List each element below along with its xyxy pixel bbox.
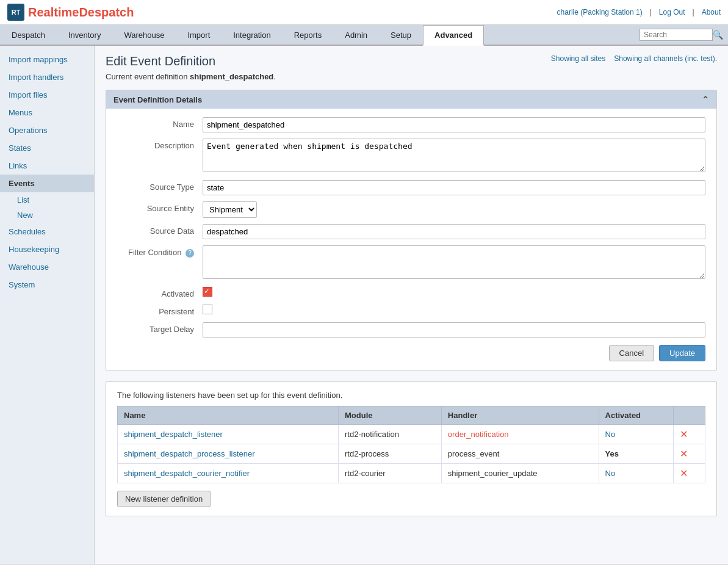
nav-item-integration[interactable]: Integration <box>222 25 282 45</box>
showing-channels-link[interactable]: Showing all channels (inc. test). <box>614 54 717 63</box>
sidebar-item-links[interactable]: Links <box>0 157 94 175</box>
listeners-card-body: The following listeners have been set up… <box>106 382 716 516</box>
collapse-icon[interactable]: ⌃ <box>702 95 709 104</box>
listeners-table: Name Module Handler Activated shipment_d… <box>117 406 705 483</box>
sidebar-item-housekeeping[interactable]: Housekeeping <box>0 240 94 258</box>
name-field <box>203 117 705 132</box>
logo-icon: RT <box>7 4 24 21</box>
nav-search: 🔍 <box>635 25 728 45</box>
table-header-row: Name Module Handler Activated <box>118 406 705 425</box>
main-content: Edit Event Definition Showing all sites … <box>95 46 728 564</box>
filter-condition-info-icon[interactable]: ? <box>186 249 194 258</box>
sidebar-item-events[interactable]: Events <box>0 175 94 192</box>
nav-item-setup[interactable]: Setup <box>379 25 423 45</box>
persistent-label: Persistent <box>117 305 203 316</box>
filter-condition-field <box>203 245 705 281</box>
nav-item-admin[interactable]: Admin <box>333 25 379 45</box>
nav-item-despatch[interactable]: Despatch <box>0 25 57 45</box>
sidebar: Import mappings Import handlers Import f… <box>0 46 95 564</box>
source-type-label: Source Type <box>117 180 203 192</box>
separator2: | <box>693 8 694 16</box>
table-row: shipment_despatch_process_listenerrtd2-p… <box>118 444 705 464</box>
activated-no-link[interactable]: No <box>605 469 616 478</box>
search-input[interactable] <box>640 29 713 41</box>
nav-item-import[interactable]: Import <box>176 25 222 45</box>
logo: RT RealtimeDespatch <box>7 4 134 21</box>
footer: © Realtime Despatch Software Ltd 2011-20… <box>0 564 728 567</box>
listener-name-link[interactable]: shipment_despatch_courier_notifier <box>124 469 250 478</box>
user-link[interactable]: charlie (Packing Station 1) <box>557 8 643 16</box>
col-handler: Handler <box>441 406 599 425</box>
target-delay-input[interactable] <box>203 322 705 338</box>
btn-row: Cancel Update <box>117 345 705 361</box>
sidebar-item-menus[interactable]: Menus <box>0 104 94 121</box>
listener-delete-cell: ✕ <box>673 425 705 444</box>
source-type-input[interactable] <box>203 180 705 195</box>
sidebar-item-system[interactable]: System <box>0 276 94 294</box>
listener-handler-cell: process_event <box>441 444 599 464</box>
description-textarea[interactable]: Event generated when shipment is despatc… <box>203 139 705 172</box>
listener-name-link[interactable]: shipment_despatch_process_listener <box>124 449 255 458</box>
nav-item-inventory[interactable]: Inventory <box>57 25 112 45</box>
listener-name-cell: shipment_despatch_listener <box>118 425 339 444</box>
sidebar-item-warehouse[interactable]: Warehouse <box>0 258 94 276</box>
sidebar-sub-new[interactable]: New <box>0 208 94 223</box>
about-link[interactable]: About <box>702 8 721 16</box>
listener-name-cell: shipment_despatch_courier_notifier <box>118 464 339 483</box>
delete-listener-button[interactable]: ✕ <box>680 468 688 479</box>
update-button[interactable]: Update <box>659 345 705 361</box>
nav-item-advanced[interactable]: Advanced <box>423 25 484 46</box>
sidebar-item-import-handlers[interactable]: Import handlers <box>0 68 94 86</box>
layout: Import mappings Import handlers Import f… <box>0 46 728 564</box>
separator: | <box>650 8 652 16</box>
page-title-row: Edit Event Definition Showing all sites … <box>106 54 717 68</box>
search-icon[interactable]: 🔍 <box>713 30 723 40</box>
listener-activated-cell: No <box>599 425 673 444</box>
listener-handler-cell: order_notification <box>441 425 599 444</box>
form-row-persistent: Persistent <box>117 305 705 316</box>
nav-item-warehouse[interactable]: Warehouse <box>112 25 176 45</box>
cancel-button[interactable]: Cancel <box>609 345 654 361</box>
logout-link[interactable]: Log Out <box>659 8 685 16</box>
activated-checkbox[interactable] <box>203 287 212 297</box>
current-def: Current event definition shipment_despat… <box>106 72 717 81</box>
description-field: Event generated when shipment is despatc… <box>203 139 705 174</box>
sidebar-item-schedules[interactable]: Schedules <box>0 223 94 240</box>
table-row: shipment_despatch_courier_notifierrtd2-c… <box>118 464 705 483</box>
nav-item-reports[interactable]: Reports <box>283 25 334 45</box>
listener-delete-cell: ✕ <box>673 464 705 483</box>
event-definition-card: Event Definition Details ⌃ Name Descript… <box>106 90 717 370</box>
sidebar-item-import-files[interactable]: Import files <box>0 86 94 104</box>
new-listener-button[interactable]: New listener definition <box>117 491 211 507</box>
form-row-source-entity: Source Entity Shipment Order Product <box>117 201 705 218</box>
target-delay-label: Target Delay <box>117 322 203 334</box>
sidebar-item-states[interactable]: States <box>0 139 94 157</box>
activated-no-link[interactable]: No <box>605 430 616 439</box>
listener-name-link[interactable]: shipment_despatch_listener <box>124 430 223 439</box>
form-row-description: Description Event generated when shipmen… <box>117 139 705 174</box>
source-entity-select[interactable]: Shipment Order Product <box>203 201 257 218</box>
description-label: Description <box>117 139 203 150</box>
col-activated: Activated <box>599 406 673 425</box>
source-data-input[interactable] <box>203 224 705 239</box>
sidebar-item-import-mappings[interactable]: Import mappings <box>0 51 94 68</box>
delete-listener-button[interactable]: ✕ <box>680 448 688 460</box>
sidebar-item-operations[interactable]: Operations <box>0 121 94 139</box>
table-row: shipment_despatch_listenerrtd2-notificat… <box>118 425 705 444</box>
header-right: charlie (Packing Station 1) | Log Out | … <box>557 8 721 16</box>
filter-condition-textarea[interactable] <box>203 245 705 279</box>
listener-name-cell: shipment_despatch_process_listener <box>118 444 339 464</box>
page-title: Edit Event Definition <box>106 54 215 68</box>
listener-delete-cell: ✕ <box>673 444 705 464</box>
showing-sites-link[interactable]: Showing all sites <box>551 54 605 63</box>
form-row-target-delay: Target Delay <box>117 322 705 338</box>
persistent-checkbox[interactable] <box>203 305 212 314</box>
listeners-card: The following listeners have been set up… <box>106 381 717 516</box>
name-input[interactable] <box>203 117 705 132</box>
page-meta: Showing all sites Showing all channels (… <box>551 54 717 63</box>
form-row-filter-condition: Filter Condition ? <box>117 245 705 281</box>
name-label: Name <box>117 117 203 129</box>
activated-label: Activated <box>117 287 203 298</box>
delete-listener-button[interactable]: ✕ <box>680 428 688 440</box>
sidebar-sub-list[interactable]: List <box>0 192 94 208</box>
